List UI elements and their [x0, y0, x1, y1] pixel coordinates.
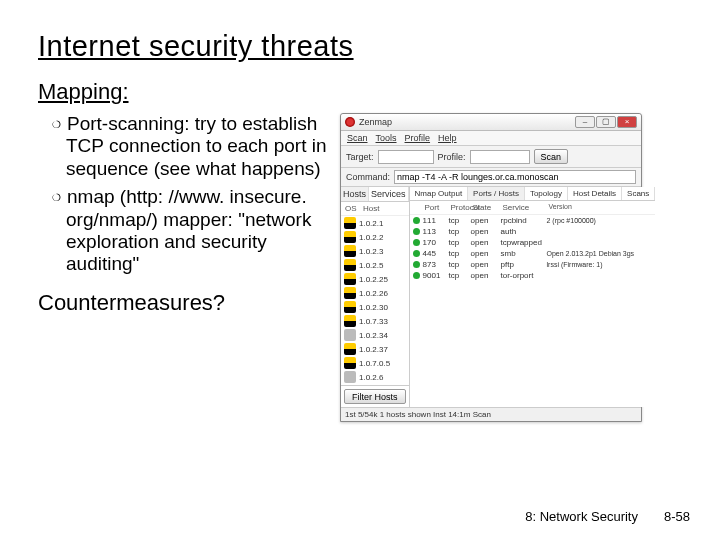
- linux-os-icon: [344, 315, 356, 327]
- subheading-mapping: Mapping:: [38, 79, 690, 105]
- menu-tools[interactable]: Tools: [376, 133, 397, 143]
- port-row[interactable]: 873tcpopenpftplrssi (Firmware: 1): [410, 259, 656, 270]
- footer-page: 8-58: [664, 509, 690, 524]
- target-label: Target:: [346, 152, 374, 162]
- zenmap-window: Zenmap – ▢ × Scan Tools Profile Help Tar…: [340, 113, 642, 422]
- linux-os-icon: [344, 273, 356, 285]
- linux-os-icon: [344, 287, 356, 299]
- bullet-port-scanning: Port-scanning: try to establish TCP conn…: [52, 113, 328, 180]
- zenmap-icon: [345, 117, 355, 127]
- state-dot-icon: [413, 228, 420, 235]
- col-state: State: [471, 203, 501, 212]
- state-dot-icon: [413, 272, 420, 279]
- tab-nmap-output[interactable]: Nmap Output: [410, 187, 469, 200]
- tab-services[interactable]: Services: [369, 187, 409, 201]
- col-version: Version: [547, 203, 653, 212]
- host-list: 1.0.2.11.0.2.21.0.2.31.0.2.51.0.2.251.0.…: [341, 216, 409, 385]
- host-ip: 1.0.2.5: [359, 261, 383, 270]
- toolbar: Target: Profile: Scan: [341, 146, 641, 168]
- tab-topology[interactable]: Topology: [525, 187, 568, 200]
- host-row[interactable]: 1.0.2.6: [341, 370, 409, 384]
- host-row[interactable]: 1.0.2.2: [341, 230, 409, 244]
- status-bar: 1st 5/54k 1 hosts shown Inst 14:1m Scan: [341, 407, 641, 421]
- linux-os-icon: [344, 357, 356, 369]
- host-row[interactable]: 1.0.2.25: [341, 272, 409, 286]
- port-row[interactable]: 113tcpopenauth: [410, 226, 656, 237]
- tab-host-details[interactable]: Host Details: [568, 187, 622, 200]
- host-ip: 1.0.2.3: [359, 247, 383, 256]
- linux-os-icon: [344, 259, 356, 271]
- host-ip: 1.0.2.26: [359, 289, 388, 298]
- profile-label: Profile:: [438, 152, 466, 162]
- host-ip: 1.0.7.0.5: [359, 359, 390, 368]
- tab-hosts[interactable]: Hosts: [341, 187, 369, 201]
- close-button[interactable]: ×: [617, 116, 637, 128]
- countermeasures-heading: Countermeasures?: [38, 290, 328, 316]
- host-row[interactable]: 1.0.2.30: [341, 300, 409, 314]
- host-ip: 1.0.2.2: [359, 233, 383, 242]
- state-dot-icon: [413, 261, 420, 268]
- unknown-os-icon: [344, 371, 356, 383]
- command-label: Command:: [346, 172, 390, 182]
- slide-title: Internet security threats: [38, 30, 690, 63]
- linux-os-icon: [344, 301, 356, 313]
- host-ip: 1.0.2.30: [359, 303, 388, 312]
- filter-hosts-button[interactable]: Filter Hosts: [344, 389, 406, 404]
- host-row[interactable]: 1.0.2.26: [341, 286, 409, 300]
- tab-ports-hosts[interactable]: Ports / Hosts: [468, 187, 525, 200]
- maximize-button[interactable]: ▢: [596, 116, 616, 128]
- tab-scans[interactable]: Scans: [622, 187, 655, 200]
- menu-profile[interactable]: Profile: [405, 133, 431, 143]
- linux-os-icon: [344, 217, 356, 229]
- port-list: 111tcpopenrpcbind2 (rpc #100000)113tcpop…: [410, 215, 656, 281]
- host-row[interactable]: 1.0.2.37: [341, 342, 409, 356]
- menu-scan[interactable]: Scan: [347, 133, 368, 143]
- linux-os-icon: [344, 231, 356, 243]
- host-row[interactable]: 1.0.2.5: [341, 258, 409, 272]
- host-ip: 1.0.2.6: [359, 373, 383, 382]
- scan-button[interactable]: Scan: [534, 149, 569, 164]
- port-row[interactable]: 170tcpopentcpwrapped: [410, 237, 656, 248]
- host-ip: 1.0.2.37: [359, 345, 388, 354]
- state-dot-icon: [413, 217, 420, 224]
- window-title: Zenmap: [359, 117, 575, 127]
- host-ip: 1.0.2.34: [359, 331, 388, 340]
- port-row[interactable]: 111tcpopenrpcbind2 (rpc #100000): [410, 215, 656, 226]
- linux-os-icon: [344, 343, 356, 355]
- state-dot-icon: [413, 239, 420, 246]
- menu-help[interactable]: Help: [438, 133, 457, 143]
- port-row[interactable]: 445tcpopensmbOpen 2.013.2p1 Debian 3gs: [410, 248, 656, 259]
- col-os: OS: [345, 204, 363, 213]
- host-row[interactable]: 1.0.2.1: [341, 216, 409, 230]
- col-host: Host: [363, 204, 379, 213]
- host-ip: 1.0.2.1: [359, 219, 383, 228]
- window-titlebar: Zenmap – ▢ ×: [341, 114, 641, 131]
- linux-os-icon: [344, 245, 356, 257]
- menubar: Scan Tools Profile Help: [341, 131, 641, 146]
- host-row[interactable]: 1.0.2.3: [341, 244, 409, 258]
- bullet-nmap: nmap (http: //www. insecure. org/nmap/) …: [52, 186, 328, 276]
- minimize-button[interactable]: –: [575, 116, 595, 128]
- host-row[interactable]: 1.0.2.34: [341, 328, 409, 342]
- profile-input[interactable]: [470, 150, 530, 164]
- footer-chapter: 8: Network Security: [525, 509, 638, 524]
- command-input[interactable]: [394, 170, 636, 184]
- host-ip: 1.0.2.25: [359, 275, 388, 284]
- host-ip: 1.0.7.33: [359, 317, 388, 326]
- col-protocol: Protocol: [449, 203, 471, 212]
- port-row[interactable]: 9001tcpopentor-orport: [410, 270, 656, 281]
- unknown-os-icon: [344, 329, 356, 341]
- col-service: Service: [501, 203, 547, 212]
- target-input[interactable]: [378, 150, 434, 164]
- col-port: Port: [423, 203, 449, 212]
- host-row[interactable]: 1.0.7.33: [341, 314, 409, 328]
- state-dot-icon: [413, 250, 420, 257]
- host-row[interactable]: 1.0.7.0.5: [341, 356, 409, 370]
